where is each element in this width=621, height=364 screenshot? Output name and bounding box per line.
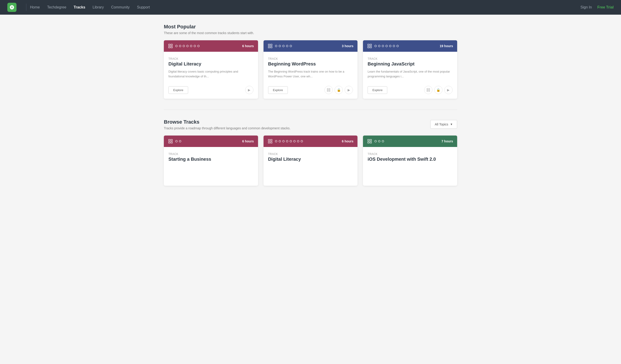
browse-tracks-subtitle: Tracks provide a roadmap through differe…	[164, 126, 291, 130]
browse-card-title-3: iOS Development with Swift 2.0	[368, 157, 453, 162]
browse-card-track-label-3: Track	[368, 153, 453, 156]
card-footer-3: Explore 🔒 ▶	[368, 86, 453, 94]
chevron-down-icon: ▼	[450, 123, 453, 126]
browse-track-grid-icon-1	[168, 139, 173, 144]
nav-tracks[interactable]: Tracks	[73, 5, 85, 9]
card-hours-2: 3 hours	[342, 44, 354, 48]
browse-card-dots-3	[374, 140, 384, 142]
browse-dot-3-3	[382, 140, 384, 142]
svg-rect-17	[429, 89, 430, 90]
nav-divider	[26, 4, 26, 11]
svg-rect-13	[370, 44, 371, 46]
play-button-2[interactable]: ▶	[345, 86, 353, 94]
svg-rect-8	[327, 89, 328, 90]
browse-card-body-3: Track iOS Development with Swift 2.0	[363, 147, 457, 186]
svg-rect-1	[171, 44, 172, 46]
lock-button-3[interactable]: 🔒	[434, 86, 443, 94]
svg-rect-6	[268, 47, 270, 48]
dot-7	[197, 45, 200, 47]
grid-button-3[interactable]	[424, 86, 432, 94]
card-dots-3	[374, 45, 399, 47]
browse-card-header-left-2	[268, 139, 303, 144]
browse-dot-2-3	[282, 140, 285, 142]
explore-button-1[interactable]: Explore	[168, 86, 188, 94]
nav-community[interactable]: Community	[111, 5, 130, 9]
dot-3-1	[374, 45, 377, 47]
browse-card-header-left-3	[367, 139, 384, 144]
all-topics-button[interactable]: All Topics ▼	[430, 120, 457, 129]
svg-rect-18	[427, 90, 428, 91]
browse-card-header-3: 7 hours	[363, 136, 457, 147]
svg-rect-9	[329, 89, 330, 90]
browse-cards-grid: 6 hours Track Starting a Business	[164, 136, 457, 186]
svg-rect-19	[429, 90, 430, 91]
browse-dot-3-2	[378, 140, 380, 142]
card-header-wordpress: 3 hours	[263, 40, 358, 52]
card-beginning-javascript: 19 hours Track Beginning JavaScript Lear…	[363, 40, 457, 99]
card-beginning-wordpress: 3 hours Track Beginning WordPress The Be…	[263, 40, 358, 99]
svg-rect-11	[329, 90, 330, 91]
card-body-3: Track Beginning JavaScript Learn the fun…	[363, 52, 457, 99]
svg-rect-22	[169, 142, 170, 143]
card-track-label-1: Track	[168, 57, 253, 61]
nav-right: Sign In Free Trial	[580, 5, 614, 9]
dot-2-5	[290, 45, 292, 47]
dot-5	[190, 45, 192, 47]
logo[interactable]	[7, 3, 19, 12]
svg-rect-4	[268, 44, 270, 46]
card-digital-literacy: 6 hours Track Digital Literacy Digital l…	[164, 40, 258, 99]
browse-card-ios-swift: 7 hours Track iOS Development with Swift…	[363, 136, 457, 186]
browse-card-track-label-1: Track	[168, 153, 253, 156]
svg-rect-2	[169, 47, 170, 48]
nav-techdegree[interactable]: Techdegree	[47, 5, 67, 9]
browse-dot-1-1	[175, 140, 178, 142]
browse-dot-2-4	[286, 140, 288, 142]
svg-rect-25	[270, 139, 272, 141]
explore-button-3[interactable]: Explore	[368, 86, 387, 94]
explore-button-2[interactable]: Explore	[268, 86, 288, 94]
browse-card-body-2: Track Digital Literacy	[263, 147, 358, 186]
grid-button-2[interactable]	[325, 86, 333, 94]
browse-dot-1-2	[179, 140, 181, 142]
browse-track-grid-icon-3	[367, 139, 372, 144]
logo-icon	[7, 3, 17, 12]
svg-rect-26	[268, 142, 270, 143]
card-header-digital-literacy: 6 hours	[164, 40, 258, 52]
play-button-1[interactable]: ▶	[245, 86, 253, 94]
card-actions-2: 🔒 ▶	[325, 86, 353, 94]
signin-link[interactable]: Sign In	[580, 5, 592, 9]
dot-6	[194, 45, 196, 47]
svg-rect-5	[270, 44, 272, 46]
dot-2-4	[286, 45, 288, 47]
card-hours-1: 6 hours	[242, 44, 254, 48]
card-title-1: Digital Literacy	[168, 61, 253, 67]
nav-library[interactable]: Library	[93, 5, 104, 9]
dot-3-7	[397, 45, 399, 47]
card-hours-3: 19 hours	[440, 44, 453, 48]
card-actions-1: ▶	[245, 86, 253, 94]
nav-home[interactable]: Home	[30, 5, 40, 9]
browse-card-dots-2	[275, 140, 303, 142]
svg-rect-29	[370, 139, 371, 141]
dot-2	[179, 45, 181, 47]
most-popular-subtitle: These are some of the most common tracks…	[164, 31, 457, 35]
browse-card-body-1: Track Starting a Business	[164, 147, 258, 186]
card-header-left-3	[367, 44, 399, 48]
nav-support[interactable]: Support	[137, 5, 150, 9]
browse-header-text: Browse Tracks Tracks provide a roadmap t…	[164, 119, 291, 130]
dot-4	[186, 45, 189, 47]
browse-dot-3-1	[374, 140, 377, 142]
dot-3-4	[385, 45, 388, 47]
browse-card-header-2: 6 hours	[263, 136, 358, 147]
svg-rect-14	[368, 47, 369, 48]
svg-rect-12	[368, 44, 369, 46]
svg-rect-24	[268, 139, 270, 141]
card-dots-2	[275, 45, 292, 47]
lock-button-2[interactable]: 🔒	[335, 86, 343, 94]
play-button-3[interactable]: ▶	[444, 86, 453, 94]
svg-rect-31	[370, 142, 371, 143]
browse-dot-2-2	[279, 140, 281, 142]
browse-card-hours-1: 6 hours	[242, 139, 254, 143]
card-header-left-2	[268, 44, 292, 48]
free-trial-link[interactable]: Free Trial	[597, 5, 614, 9]
